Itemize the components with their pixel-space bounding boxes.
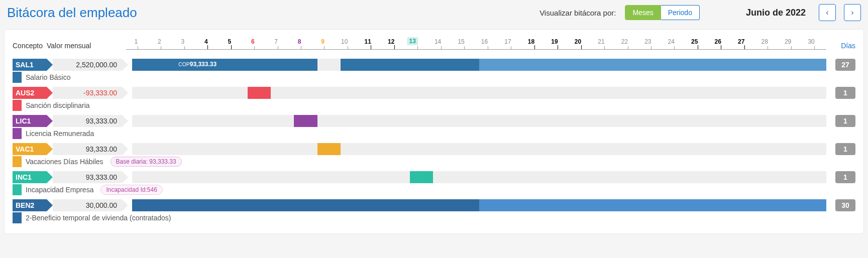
days-chip: 27 [835, 59, 855, 71]
code-chip[interactable]: BEN2 [13, 199, 47, 211]
color-stripe [13, 72, 22, 83]
code-chip[interactable]: SAL1 [13, 59, 47, 71]
concept-row-lic1: LIC193,333.001Licencia Remunerada [13, 115, 855, 139]
day-13: 13 [407, 37, 417, 45]
value-chip: -93,333.00 [53, 87, 122, 99]
day-7: 7 [274, 38, 278, 45]
day-11: 11 [365, 38, 371, 45]
col-dias-header: Días [835, 42, 855, 50]
view-toggle: Meses Periodo [625, 5, 700, 20]
day-2: 2 [158, 38, 161, 45]
day-16: 16 [481, 38, 488, 45]
timeline-track [132, 171, 826, 183]
concept-row-vac1: VAC193,333.001Vacaciones Días HábilesBas… [13, 143, 855, 167]
value-chip: 30,000.00 [53, 199, 122, 211]
timeline-track [132, 199, 826, 211]
days-chip: 1 [835, 143, 855, 155]
day-23: 23 [644, 38, 651, 45]
prev-month-button[interactable]: ‹ [819, 4, 836, 21]
color-stripe [13, 184, 22, 195]
segment[interactable] [317, 143, 341, 155]
code-chip[interactable]: LIC1 [13, 115, 47, 127]
day-10: 10 [341, 38, 348, 45]
days-chip: 1 [835, 171, 855, 183]
timeline-track: COP93,333.33 [132, 59, 826, 71]
day-26: 26 [715, 38, 721, 45]
concept-description: Vacaciones Días Hábiles [26, 158, 103, 166]
segment[interactable] [410, 59, 433, 71]
color-stripe [13, 156, 22, 167]
day-27: 27 [738, 38, 744, 45]
code-chip[interactable]: VAC1 [13, 143, 47, 155]
days-chip: 30 [835, 199, 855, 211]
view-periodo-button[interactable]: Periodo [661, 5, 700, 20]
value-chip: 2,520,000.00 [53, 59, 122, 71]
view-by-label: Visualizar bitácora por: [539, 9, 616, 17]
day-29: 29 [785, 38, 791, 45]
concept-description: Sanción disciplinaria [26, 101, 90, 109]
day-5: 5 [228, 38, 231, 45]
day-18: 18 [528, 38, 534, 45]
segment[interactable] [433, 59, 479, 71]
segment-label: COP93,333.33 [178, 61, 216, 68]
view-meses-button[interactable]: Meses [625, 5, 661, 20]
log-card: Concepto Valor mensual 12345678910111213… [4, 29, 864, 234]
day-28: 28 [761, 38, 768, 45]
chevron-left-icon: ‹ [826, 8, 828, 17]
segment[interactable] [248, 87, 271, 99]
info-pill: Base diaria: 93,333.33 [111, 157, 182, 167]
segment[interactable] [410, 171, 433, 183]
day-3: 3 [181, 38, 184, 45]
day-14: 14 [435, 38, 441, 45]
timeline-track [132, 143, 826, 155]
value-chip: 93,333.00 [53, 171, 122, 183]
day-21: 21 [598, 38, 604, 45]
concept-row-aus2: AUS2-93,333.001Sanción disciplinaria [13, 87, 855, 111]
concept-row-ben2: BEN230,000.00302-Beneficio temporal de v… [13, 199, 855, 223]
segment[interactable] [132, 59, 317, 71]
day-25: 25 [691, 38, 698, 45]
day-1: 1 [135, 38, 138, 45]
code-chip[interactable]: AUS2 [13, 87, 47, 99]
segment[interactable] [341, 59, 410, 71]
day-22: 22 [621, 38, 628, 45]
info-pill: Incapacidad Id:546 [100, 185, 162, 195]
days-chip: 1 [835, 115, 855, 127]
day-15: 15 [458, 38, 464, 45]
segment[interactable] [479, 59, 826, 71]
days-chip: 1 [835, 87, 855, 99]
day-axis: 1234567891011121314151617181920212223242… [126, 39, 826, 50]
value-chip: 93,333.00 [53, 143, 122, 155]
next-month-button[interactable]: › [844, 4, 861, 21]
value-chip: 93,333.00 [53, 115, 122, 127]
day-6: 6 [251, 38, 255, 45]
month-label: Junio de 2022 [746, 8, 806, 18]
day-17: 17 [504, 38, 511, 45]
concept-row-sal1: SAL12,520,000.00COP93,333.3327Salario Bá… [13, 59, 855, 83]
color-stripe [13, 100, 22, 111]
segment[interactable] [479, 199, 826, 211]
concept-description: Salario Básico [26, 73, 71, 81]
color-stripe [13, 212, 22, 223]
col-valor-header: Valor mensual [47, 42, 116, 50]
timeline-track [132, 87, 826, 99]
code-chip[interactable]: INC1 [13, 171, 47, 183]
page-title: Bitácora del empleado [7, 5, 137, 21]
day-8: 8 [298, 38, 301, 45]
concept-rows: SAL12,520,000.00COP93,333.3327Salario Bá… [13, 59, 855, 223]
toolbar: Bitácora del empleado Visualizar bitácor… [0, 0, 868, 26]
timeline-track [132, 115, 826, 127]
chevron-right-icon: › [851, 8, 853, 17]
day-9: 9 [321, 38, 324, 45]
concept-description: 2-Beneficio temporal de vivienda (contra… [26, 214, 171, 222]
concept-description: Incapacidad Empresa [26, 186, 93, 194]
day-24: 24 [668, 38, 675, 45]
color-stripe [13, 128, 22, 139]
segment[interactable] [294, 115, 317, 127]
segment[interactable] [132, 199, 479, 211]
concept-description: Licencia Remunerada [26, 130, 94, 138]
day-12: 12 [388, 38, 394, 45]
day-19: 19 [551, 38, 558, 45]
concept-row-inc1: INC193,333.001Incapacidad EmpresaIncapac… [13, 171, 855, 195]
day-4: 4 [204, 38, 208, 45]
